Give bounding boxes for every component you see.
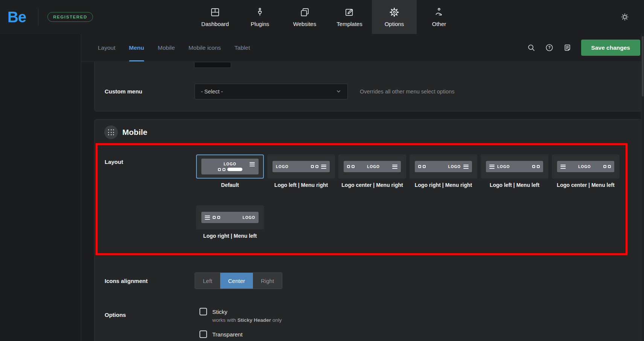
mini-logo-text: LOGO xyxy=(448,165,461,169)
nav-item-websites[interactable]: Websites xyxy=(282,0,327,34)
tab-menu[interactable]: Menu xyxy=(129,34,144,61)
mini-header-preview: LOGO xyxy=(486,161,543,172)
layout-option: LOGOLogo right | Menu right xyxy=(410,154,477,188)
mini-logo-text: LOGO xyxy=(497,165,510,169)
theme-toggle-button[interactable] xyxy=(620,12,630,22)
hamburger-icon xyxy=(463,165,469,169)
nav-item-other[interactable]: Other xyxy=(417,0,461,34)
layout-option-caption: Logo right | Menu right xyxy=(410,182,477,188)
options-row: Options Stickyworks with Sticky Header o… xyxy=(94,308,642,338)
row-label: Icons alignment xyxy=(94,278,195,284)
nav-item-options[interactable]: Options xyxy=(372,0,417,34)
tab-mobile-icons[interactable]: Mobile icons xyxy=(189,34,221,61)
nav-item-dashboard[interactable]: Dashboard xyxy=(193,0,238,34)
layout-option: LOGODefault xyxy=(196,154,264,188)
mini-header-preview: LOGO xyxy=(273,161,330,172)
row-label: Options xyxy=(94,308,195,338)
select-value: - Select - xyxy=(201,89,223,95)
scrollbar-track[interactable] xyxy=(641,34,644,341)
mini-logo-text: LOGO xyxy=(243,216,255,220)
menu-item-squares xyxy=(218,168,225,171)
option-item-sticky: Stickyworks with Sticky Header only xyxy=(199,308,282,323)
nav-item-label: Dashboard xyxy=(201,21,229,27)
svg-text:?: ? xyxy=(548,46,550,50)
alignment-option-center[interactable]: Center xyxy=(220,273,253,289)
top-app-bar: Be REGISTERED DashboardPluginsWebsitesTe… xyxy=(0,0,644,34)
custom-menu-panel: Custom menu - Select - Overrides all oth… xyxy=(94,62,642,112)
hamburger-icon xyxy=(321,165,326,169)
divider xyxy=(38,8,38,26)
menu-item-squares xyxy=(311,165,318,168)
hamburger-icon xyxy=(560,165,566,169)
layout-option-tile-logo-left-menu-right[interactable]: LOGO xyxy=(267,154,335,179)
hamburger-icon xyxy=(205,216,210,220)
stacked-pages-icon xyxy=(300,7,310,18)
nav-item-plugins[interactable]: Plugins xyxy=(238,0,282,34)
settings-content: Custom menu - Select - Overrides all oth… xyxy=(81,62,644,341)
tab-mobile[interactable]: Mobile xyxy=(158,34,175,61)
cropped-field-remnant xyxy=(194,63,231,68)
mini-logo-text: LOGO xyxy=(367,165,379,169)
layout-option: LOGOLogo right | Menu left xyxy=(196,205,264,239)
options-checkbox-group: Stickyworks with Sticky Header onlyTrans… xyxy=(195,308,282,338)
layout-option-caption: Default xyxy=(196,182,264,188)
menu-pill xyxy=(227,168,242,171)
notes-icon[interactable] xyxy=(563,43,572,52)
tab-tablet[interactable]: Tablet xyxy=(234,34,250,61)
nav-item-templates[interactable]: Templates xyxy=(327,0,372,34)
section-title: Mobile xyxy=(122,128,148,137)
layout-option-tile-logo-center-menu-left[interactable]: LOGO xyxy=(552,154,620,179)
alignment-option-right[interactable]: Right xyxy=(253,273,282,289)
checkbox-sticky[interactable] xyxy=(199,308,207,315)
checkbox-transparent[interactable] xyxy=(199,330,207,338)
toolbar-actions: ? Save changes xyxy=(527,40,640,56)
betheme-logo[interactable]: Be xyxy=(8,9,26,26)
layout-option: LOGOLogo center | Menu right xyxy=(338,154,406,188)
layout-option-tile-logo-right-menu-left[interactable]: LOGO xyxy=(196,205,264,229)
help-icon[interactable]: ? xyxy=(545,43,554,52)
layout-option-tile-logo-center-menu-right[interactable]: LOGO xyxy=(338,154,406,179)
menu-item-squares xyxy=(418,165,426,168)
tab-layout[interactable]: Layout xyxy=(98,34,116,61)
menu-item-squares xyxy=(213,216,220,219)
layout-option-caption: Logo right | Menu left xyxy=(196,233,264,239)
icons-alignment-row: Icons alignment LeftCenterRight xyxy=(94,272,642,289)
layout-option: LOGOLogo left | Menu left xyxy=(481,154,548,188)
hamburger-icon xyxy=(489,165,495,169)
drag-handle-dots-icon xyxy=(104,125,118,139)
layout-option-caption: Logo center | Menu right xyxy=(338,182,406,188)
layout-option-tile-default[interactable]: LOGO xyxy=(196,154,264,179)
search-icon[interactable] xyxy=(527,43,536,52)
layout-row: Layout LOGODefaultLOGOLogo left | Menu r… xyxy=(94,144,642,239)
mobile-panel: Mobile Layout LOGODefaultLOGOLogo left |… xyxy=(94,119,642,341)
icons-alignment-segmented-control: LeftCenterRight xyxy=(195,272,282,289)
save-changes-button[interactable]: Save changes xyxy=(581,40,640,56)
mini-header-preview: LOGO xyxy=(201,212,259,223)
mini-header-preview: LOGO xyxy=(344,161,401,172)
field-hint: Overrides all other menu select options xyxy=(360,89,454,95)
checkbox-label: Transparent xyxy=(212,331,242,338)
section-tabs: LayoutMenuMobileMobile iconsTablet xyxy=(98,34,250,61)
dashboard-icon xyxy=(210,7,221,18)
mini-logo-text: LOGO xyxy=(276,165,288,169)
edit-square-icon xyxy=(344,7,355,18)
plug-icon xyxy=(255,7,265,18)
nav-item-label: Templates xyxy=(336,21,362,27)
row-label: Custom menu xyxy=(94,88,195,95)
hamburger-icon xyxy=(392,165,397,169)
sun-icon xyxy=(620,17,630,23)
nav-item-label: Websites xyxy=(293,21,316,27)
layout-option: LOGOLogo center | Menu left xyxy=(552,154,620,188)
alignment-option-left[interactable]: Left xyxy=(195,273,220,289)
layout-option-caption: Logo left | Menu left xyxy=(481,182,548,188)
custom-menu-select[interactable]: - Select - xyxy=(195,84,348,99)
scrollbar-thumb[interactable] xyxy=(642,36,644,96)
chevron-down-icon xyxy=(336,89,341,94)
menu-item-squares xyxy=(603,165,611,168)
hamburger-icon xyxy=(250,162,255,166)
layout-option-tile-logo-right-menu-right[interactable]: LOGO xyxy=(410,154,477,179)
layout-option-tile-logo-left-menu-left[interactable]: LOGO xyxy=(481,154,548,179)
layout-options-grid: LOGODefaultLOGOLogo left | Menu rightLOG… xyxy=(195,154,621,239)
gear-icon xyxy=(389,7,400,18)
nav-item-label: Options xyxy=(385,21,404,27)
